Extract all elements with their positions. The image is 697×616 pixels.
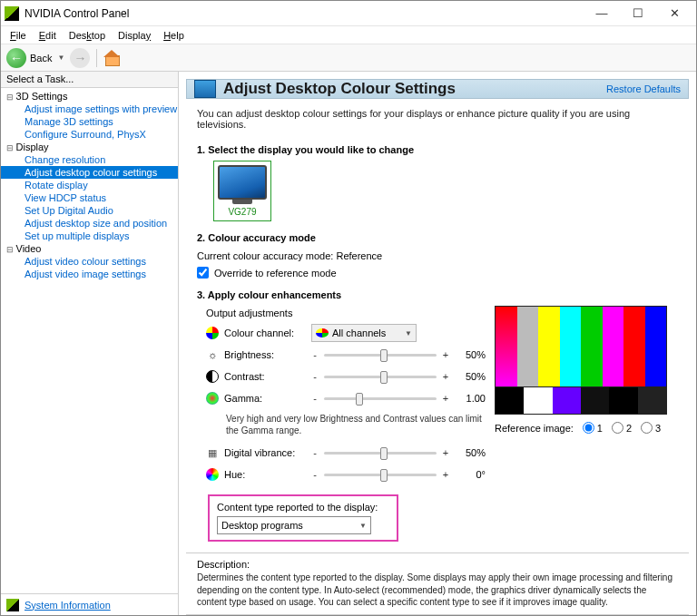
plus-icon: + (442, 469, 449, 480)
channel-dropdown[interactable]: All channels ▼ (311, 324, 417, 342)
brightness-value: 50% (455, 349, 486, 360)
menu-file[interactable]: File (5, 29, 32, 42)
brightness-icon (206, 348, 219, 361)
vibrance-icon (206, 446, 219, 459)
vibrance-slider[interactable] (324, 452, 437, 455)
tree-item[interactable]: Manage 3D settings (1, 115, 178, 128)
tree-item[interactable]: Set Up Digital Audio (1, 204, 178, 217)
main-panel: Adjust Desktop Colour Settings Restore D… (179, 72, 696, 615)
tree-item[interactable]: Adjust desktop size and position (1, 217, 178, 230)
plus-icon: + (442, 349, 449, 360)
contrast-icon (206, 370, 219, 383)
gamma-value: 1.00 (455, 393, 486, 404)
tree-item[interactable]: Adjust video image settings (1, 268, 178, 280)
display-selector[interactable]: VG279 (213, 161, 271, 221)
content-type-value: Desktop programs (221, 520, 303, 531)
contrast-slider[interactable] (324, 376, 437, 378)
minus-icon: - (311, 393, 319, 404)
system-info-bar: System Information (1, 593, 178, 615)
refimg-3[interactable]: 3 (641, 422, 661, 434)
tree-cat-video[interactable]: Video (1, 242, 178, 255)
output-adjust-label: Output adjustments (206, 306, 486, 322)
description-heading: Description: (197, 559, 678, 570)
brightness-label: Brightness: (224, 349, 306, 360)
menu-edit[interactable]: Edit (34, 29, 62, 42)
menu-desktop[interactable]: Desktop (64, 29, 111, 42)
footer: Apply Cancel (186, 614, 689, 616)
plus-icon: + (442, 447, 449, 458)
vibrance-label: Digital vibrance: (224, 447, 306, 458)
nvidia-logo-icon (5, 6, 19, 21)
tree-item[interactable]: Rotate display (1, 179, 178, 191)
section3-heading: 3. Apply colour enhancements (197, 289, 678, 300)
content-type-dropdown[interactable]: Desktop programs ▼ (217, 516, 371, 534)
refimg-1[interactable]: 1 (583, 422, 603, 434)
restore-defaults-link[interactable]: Restore Defaults (606, 83, 681, 94)
page-header: Adjust Desktop Colour Settings Restore D… (186, 79, 689, 99)
hue-icon (206, 468, 219, 481)
color-bars2-icon (495, 387, 667, 415)
channel-label: Colour channel: (224, 328, 306, 338)
color-bars-icon (495, 306, 667, 387)
minus-icon: - (311, 371, 319, 382)
tree-item[interactable]: Adjust video colour settings (1, 255, 178, 268)
task-tree: 3D Settings Adjust image settings with p… (1, 88, 178, 593)
tree-cat-3d[interactable]: 3D Settings (1, 90, 178, 103)
override-checkbox-row[interactable]: Override to reference mode (197, 267, 678, 279)
toolbar-separator (96, 49, 97, 67)
forward-button[interactable]: → (70, 48, 90, 68)
channel-value: All channels (332, 328, 386, 338)
system-information-link[interactable]: System Information (25, 600, 111, 611)
maximize-button[interactable]: ☐ (620, 3, 656, 24)
vibrance-value: 50% (455, 447, 486, 458)
rgb-icon (316, 328, 329, 337)
description-text: Determines the content type reported to … (197, 572, 678, 609)
tree-cat-display[interactable]: Display (1, 141, 178, 153)
gamma-label: Gamma: (224, 393, 306, 404)
refimg-2[interactable]: 2 (612, 422, 632, 434)
hue-slider[interactable] (324, 474, 437, 476)
menubar: File Edit Desktop Display Help (1, 26, 696, 44)
back-dropdown-icon[interactable]: ▼ (55, 54, 66, 62)
tree-item-selected[interactable]: Adjust desktop colour settings (1, 166, 178, 179)
back-button[interactable]: ← (6, 48, 26, 68)
tree-item[interactable]: Adjust image settings with preview (1, 103, 178, 115)
content-type-group: Content type reported to the display: De… (208, 494, 398, 542)
tree-item[interactable]: View HDCP status (1, 191, 178, 204)
tree-item[interactable]: Set up multiple displays (1, 230, 178, 242)
section2-heading: 2. Colour accuracy mode (197, 232, 678, 243)
minus-icon: - (311, 349, 319, 360)
gamma-slider[interactable] (324, 397, 437, 400)
minus-icon: - (311, 469, 319, 480)
tree-item[interactable]: Configure Surround, PhysX (1, 128, 178, 141)
hue-value: 0° (455, 469, 486, 480)
override-checkbox[interactable] (197, 267, 209, 279)
section1-heading: 1. Select the display you would like to … (197, 144, 678, 155)
brightness-slider[interactable] (324, 354, 437, 357)
back-label: Back (30, 53, 52, 64)
chevron-down-icon: ▼ (359, 522, 367, 530)
override-label: Override to reference mode (214, 268, 337, 279)
close-button[interactable]: ✕ (656, 3, 692, 24)
reference-image-panel: Reference image: 1 2 3 (495, 306, 667, 434)
contrast-label: Contrast: (224, 371, 306, 382)
rgb-icon (206, 327, 219, 339)
gamma-icon (206, 392, 219, 405)
plus-icon: + (442, 393, 449, 404)
home-icon[interactable] (103, 50, 120, 66)
window-title: NVIDIA Control Panel (25, 7, 584, 20)
refimg-label: Reference image: (495, 423, 574, 434)
tree-item[interactable]: Change resolution (1, 153, 178, 166)
apply-button[interactable]: Apply (538, 615, 605, 616)
minus-icon: - (311, 447, 319, 458)
monitor-icon (194, 80, 216, 98)
description-panel: Description: Determines the content type… (186, 552, 689, 614)
accuracy-current: Current colour accuracy mode: Reference (197, 249, 678, 267)
plus-icon: + (442, 371, 449, 382)
intro-text: You can adjust desktop colour settings f… (186, 99, 689, 139)
menu-display[interactable]: Display (113, 29, 156, 42)
toolbar: ← Back ▼ → (1, 44, 696, 72)
cancel-button[interactable]: Cancel (613, 615, 680, 616)
minimize-button[interactable]: — (584, 3, 620, 24)
menu-help[interactable]: Help (158, 29, 190, 42)
